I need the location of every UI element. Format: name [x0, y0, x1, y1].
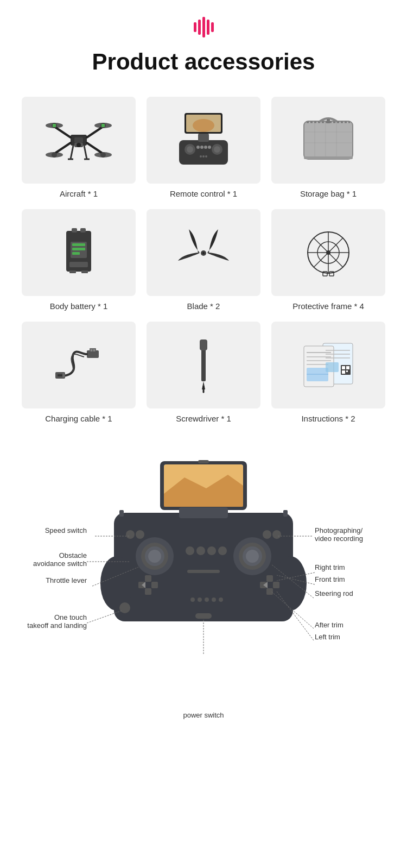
svg-line-3 [87, 127, 103, 137]
svg-point-35 [208, 146, 211, 149]
svg-point-144 [272, 530, 281, 539]
svg-point-73 [326, 250, 330, 255]
svg-rect-79 [58, 374, 63, 376]
accessory-battery: Body battery * 1 [22, 209, 136, 311]
svg-point-12 [52, 152, 57, 158]
svg-rect-146 [195, 613, 212, 619]
svg-rect-76 [91, 349, 92, 351]
accessory-label-screwdriver: Screwdriver * 1 [176, 414, 231, 423]
label-photographing: Photographing/video recording [315, 526, 399, 543]
svg-line-67 [314, 253, 328, 267]
accessory-label-remote: Remote control * 1 [170, 189, 237, 198]
svg-point-140 [219, 597, 223, 602]
accessory-box-screwdriver [147, 322, 260, 408]
svg-line-5 [87, 143, 103, 154]
accessory-bag: Storage bag * 1 [271, 97, 385, 198]
svg-rect-20 [53, 124, 56, 127]
svg-rect-135 [187, 570, 220, 573]
svg-point-38 [205, 155, 207, 158]
svg-point-25 [193, 119, 214, 132]
accessory-instructions: Instructions * 2 [271, 322, 385, 423]
accessory-label-instructions: Instructions * 2 [301, 414, 355, 423]
svg-rect-39 [304, 121, 353, 159]
remote-diagram-section: Speed switch Obstacleavoidance switch Th… [0, 450, 407, 744]
svg-rect-50 [72, 228, 77, 232]
svg-point-13 [100, 152, 106, 158]
svg-point-131 [186, 546, 194, 555]
accessory-aircraft: Aircraft * 1 [22, 97, 136, 198]
label-right-trim: Right trim [315, 563, 399, 571]
svg-point-139 [212, 597, 216, 602]
accessory-remote: Remote control * 1 [147, 97, 260, 198]
svg-rect-103 [326, 362, 339, 372]
label-obstacle-avoidance: Obstacleavoidance switch [11, 551, 87, 568]
svg-point-116 [148, 550, 161, 563]
svg-point-60 [202, 252, 205, 254]
accessory-box-remote [147, 97, 260, 184]
accessory-label-blade: Blade * 2 [187, 301, 220, 311]
svg-rect-55 [72, 252, 80, 255]
svg-rect-53 [72, 243, 85, 246]
accessory-label-bag: Storage bag * 1 [300, 189, 357, 198]
svg-rect-48 [304, 156, 353, 159]
svg-rect-21 [101, 124, 105, 127]
accessory-label-frame: Protective frame * 4 [292, 301, 364, 311]
svg-line-16 [71, 146, 73, 159]
svg-point-136 [190, 597, 195, 602]
svg-point-34 [204, 146, 207, 149]
page-title: Product accessories [92, 49, 315, 75]
accessory-frame: Protective frame * 4 [271, 209, 385, 311]
svg-rect-27 [198, 134, 209, 142]
svg-rect-99 [346, 370, 348, 372]
svg-point-36 [200, 155, 202, 158]
svg-rect-77 [93, 349, 95, 351]
svg-point-134 [218, 546, 227, 555]
svg-point-145 [119, 602, 130, 613]
accessory-screwdriver: Screwdriver * 1 [147, 322, 260, 423]
svg-line-65 [328, 253, 343, 267]
svg-line-2 [54, 127, 71, 137]
signal-icon [194, 16, 214, 38]
svg-rect-75 [90, 348, 96, 351]
svg-point-32 [196, 146, 200, 149]
accessory-box-frame [271, 209, 385, 296]
svg-point-37 [202, 155, 205, 158]
label-left-trim: Left trim [315, 633, 399, 641]
svg-line-4 [54, 143, 71, 154]
accessory-box-aircraft [22, 97, 136, 184]
svg-point-133 [207, 546, 216, 555]
svg-rect-54 [72, 248, 85, 250]
accessory-label-battery: Body battery * 1 [50, 301, 108, 311]
accessory-label-aircraft: Aircraft * 1 [60, 189, 98, 198]
svg-point-33 [200, 146, 204, 149]
accessories-grid: Aircraft * 1 [22, 97, 385, 423]
svg-point-110 [100, 556, 133, 611]
svg-point-143 [263, 530, 271, 539]
svg-rect-57 [69, 271, 76, 273]
svg-rect-47 [327, 119, 330, 123]
svg-point-138 [205, 597, 209, 602]
label-after-trim: After trim [315, 621, 399, 629]
svg-point-142 [136, 530, 144, 539]
svg-line-69 [314, 238, 328, 253]
svg-rect-74 [87, 350, 99, 358]
svg-rect-56 [69, 262, 88, 267]
label-steering-rod: Steering rod [315, 589, 399, 597]
svg-rect-147 [119, 510, 124, 517]
svg-point-132 [196, 546, 205, 555]
svg-rect-96 [342, 366, 345, 369]
svg-point-31 [214, 146, 220, 153]
accessory-label-cable: Charging cable * 1 [45, 414, 112, 423]
svg-rect-119 [145, 588, 151, 595]
svg-point-29 [187, 146, 193, 153]
accessory-box-battery [22, 209, 136, 296]
label-speed-switch: Speed switch [11, 526, 87, 534]
svg-rect-148 [283, 510, 288, 517]
svg-rect-118 [145, 575, 151, 582]
svg-rect-127 [266, 575, 273, 582]
label-power-switch: power switch [183, 711, 224, 719]
svg-point-137 [198, 597, 202, 602]
svg-rect-80 [62, 373, 65, 378]
svg-rect-51 [80, 228, 86, 232]
svg-rect-97 [346, 366, 349, 369]
